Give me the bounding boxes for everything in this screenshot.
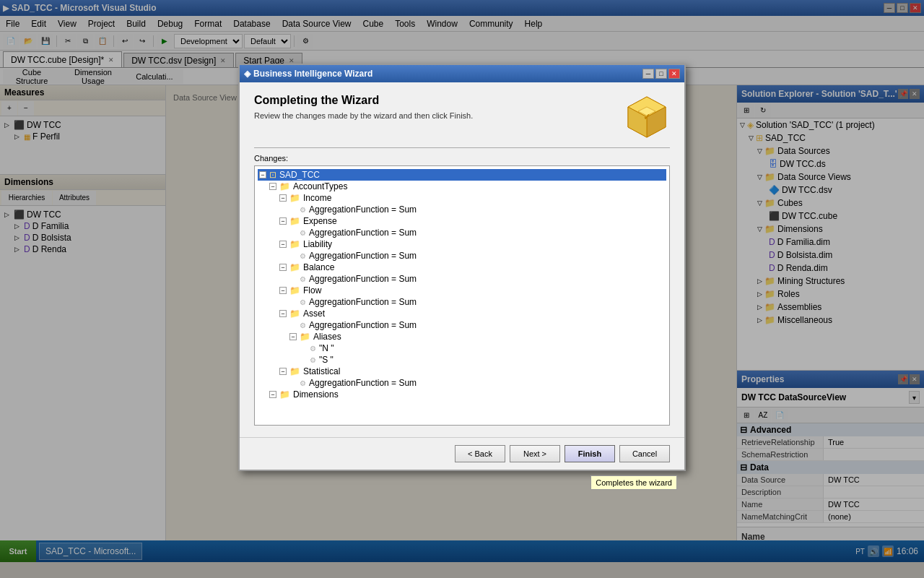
next-button[interactable]: Next > — [510, 445, 560, 462]
tree-node: ⚙AggregationFunction = Sum — [258, 273, 666, 285]
tree-node: ⚙AggregationFunction = Sum — [258, 296, 666, 308]
tree-node: −📁Aliases — [258, 331, 666, 342]
prop-icon: ⚙ — [300, 206, 306, 214]
prop-icon: ⚙ — [300, 298, 306, 306]
modal-title-text: ◈ Business Intelligence Wizard — [244, 69, 372, 79]
folder-icon: 📁 — [300, 332, 310, 342]
modal-body: Completing the Wizard Review the changes… — [240, 82, 684, 437]
modal-text-block: Completing the Wizard Review the changes… — [254, 94, 473, 120]
tree-node: ⚙AggregationFunction = Sum — [258, 319, 666, 331]
folder-icon: 📁 — [289, 193, 300, 203]
tree-node: ⚙AggregationFunction = Sum — [258, 377, 666, 389]
tree-node: −📁Liability — [258, 238, 666, 250]
tree-nodes-container: −⊡SAD_TCC−📁AccountTypes−📁Income⚙Aggregat… — [258, 169, 666, 400]
wizard-cube-icon: ✓ — [624, 94, 670, 140]
tree-node: −⊡SAD_TCC — [258, 169, 666, 181]
expand-collapse-icon[interactable]: − — [289, 333, 297, 340]
expand-collapse-icon[interactable]: − — [279, 264, 287, 271]
expand-collapse-icon[interactable]: − — [259, 171, 266, 178]
modal-window-controls: ─ □ ✕ — [642, 69, 680, 79]
folder-icon: 📁 — [289, 216, 300, 226]
folder-icon: 📁 — [289, 366, 300, 376]
modal-maximize-btn[interactable]: □ — [655, 69, 667, 79]
tooltip-box: Completes the wizard — [590, 475, 677, 490]
tree-node: −📁Asset — [258, 308, 666, 319]
folder-icon: 📁 — [289, 262, 300, 272]
tree-node: −📁Income — [258, 192, 666, 204]
tree-node: −📁AccountTypes — [258, 181, 666, 192]
folder-icon: 📁 — [289, 239, 300, 249]
modal-header-section: Completing the Wizard Review the changes… — [254, 94, 670, 140]
cancel-button[interactable]: Cancel — [619, 445, 670, 462]
folder-icon: 📁 — [279, 181, 290, 191]
expand-collapse-icon[interactable]: − — [279, 287, 287, 294]
wizard-modal: ◈ Business Intelligence Wizard ─ □ ✕ Com… — [238, 64, 686, 471]
wizard-icon: ◈ — [244, 69, 250, 79]
modal-close-btn[interactable]: ✕ — [668, 69, 680, 79]
modal-minimize-btn[interactable]: ─ — [642, 69, 654, 79]
expand-collapse-icon[interactable]: − — [279, 241, 287, 248]
folder-icon: 📁 — [279, 389, 290, 400]
changes-tree[interactable]: −⊡SAD_TCC−📁AccountTypes−📁Income⚙Aggregat… — [254, 165, 670, 426]
root-icon: ⊡ — [269, 170, 276, 180]
tree-node: ⚙"S " — [258, 354, 666, 366]
tree-node: −📁Expense — [258, 215, 666, 227]
modal-title-bar: ◈ Business Intelligence Wizard ─ □ ✕ — [240, 65, 684, 82]
tree-node: −📁Balance — [258, 262, 666, 273]
expand-collapse-icon[interactable]: − — [279, 194, 287, 202]
changes-label: Changes: — [254, 154, 670, 163]
tree-node: −📁Statistical — [258, 366, 666, 377]
expand-collapse-icon[interactable]: − — [279, 310, 287, 317]
separator — [254, 147, 670, 148]
prop-icon: ⚙ — [300, 252, 306, 260]
tree-node: ⚙AggregationFunction = Sum — [258, 204, 666, 215]
modal-overlay: ◈ Business Intelligence Wizard ─ □ ✕ Com… — [0, 0, 924, 578]
prop-icon: ⚙ — [300, 275, 306, 283]
prop-icon: ⚙ — [300, 229, 306, 237]
expand-collapse-icon[interactable]: − — [279, 217, 287, 225]
back-button[interactable]: < Back — [455, 445, 505, 462]
svg-text:✓: ✓ — [643, 112, 650, 122]
expand-collapse-icon[interactable]: − — [269, 183, 276, 190]
prop-icon: ⚙ — [310, 345, 316, 353]
modal-footer: < Back Next > Finish Cancel Completes th… — [240, 437, 684, 470]
prop-icon: ⚙ — [300, 379, 306, 387]
tree-node: ⚙"N " — [258, 342, 666, 354]
prop-icon: ⚙ — [310, 356, 316, 364]
expand-collapse-icon[interactable]: − — [279, 368, 287, 375]
prop-icon: ⚙ — [300, 322, 306, 329]
tree-node: −📁Flow — [258, 285, 666, 296]
tree-node: −📁Dimensions — [258, 389, 666, 400]
tree-node: ⚙AggregationFunction = Sum — [258, 227, 666, 238]
tree-node: ⚙AggregationFunction = Sum — [258, 250, 666, 262]
folder-icon: 📁 — [289, 309, 300, 319]
folder-icon: 📁 — [289, 285, 300, 296]
expand-collapse-icon[interactable]: − — [269, 391, 276, 398]
finish-button[interactable]: Finish — [565, 445, 615, 462]
